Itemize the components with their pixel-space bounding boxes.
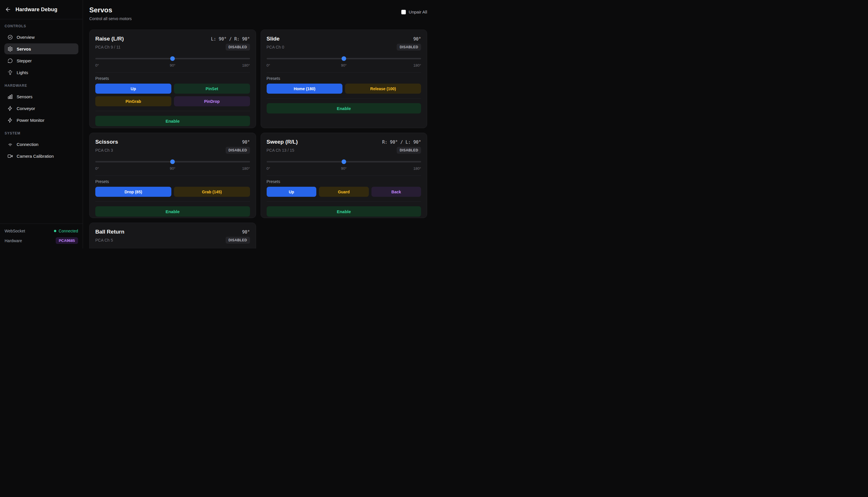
status-badge: DISABLED [225, 237, 250, 244]
main-content: Servos Control all servo motors Unpair A… [83, 0, 434, 248]
sidebar-item-stepper[interactable]: Stepper [4, 55, 78, 66]
preset-button-up[interactable]: Up [95, 84, 171, 94]
enable-button[interactable]: Enable [267, 103, 421, 113]
back-arrow-icon[interactable] [4, 6, 12, 13]
servo-angle-slider[interactable] [95, 159, 250, 164]
preset-button-home-180-[interactable]: Home (180) [267, 84, 343, 94]
connected-dot-icon [54, 230, 56, 232]
status-badge: DISABLED [225, 44, 250, 51]
presets-label: Presets [267, 179, 421, 184]
preset-button-pinset[interactable]: PinSet [174, 84, 250, 94]
servo-angle-slider[interactable] [267, 159, 421, 164]
app-title: Hardware Debug [15, 6, 57, 13]
slider-ticks: 0°90°180° [267, 63, 421, 68]
status-badge: DISABLED [397, 44, 421, 51]
zap-icon [8, 117, 13, 123]
preset-button-pingrab[interactable]: PinGrab [95, 96, 171, 106]
tick-label: 90° [341, 63, 347, 68]
servo-card-sweep-r-l-: Sweep (R/L)R: 90° / L: 90°PCA Ch 13 / 15… [261, 133, 427, 218]
slider-thumb[interactable] [170, 159, 175, 164]
divider [267, 175, 421, 176]
bar-chart-icon [8, 94, 13, 99]
servo-card-ball-return: Ball Return90°PCA Ch 5DISABLED0°90°180° [89, 223, 256, 248]
servo-channel: PCA Ch 0 [267, 45, 284, 49]
sidebar-item-power-monitor[interactable]: Power Monitor [4, 115, 78, 126]
slider-thumb[interactable] [342, 56, 346, 61]
wifi-icon [8, 142, 13, 147]
unpair-all-control[interactable]: Unpair All [401, 10, 427, 14]
servo-angle-slider[interactable] [267, 56, 421, 61]
status-badge: DISABLED [225, 147, 250, 154]
tick-label: 90° [341, 166, 347, 171]
preset-button-grab-145-[interactable]: Grab (145) [174, 187, 250, 197]
preset-grid: Drop (85)Grab (145) [95, 187, 250, 197]
status-label: WebSocket [4, 229, 25, 233]
tick-label: 0° [267, 166, 270, 171]
connection-status-text: Connected [59, 229, 78, 233]
sidebar-item-label: Overview [17, 35, 35, 40]
status-row-hardware: HardwarePCA9685 [4, 237, 78, 244]
servo-card-raise-l-r-: Raise (L/R)L: 90° / R: 90°PCA Ch 9 / 11D… [89, 30, 256, 128]
connection-status: Connected [54, 229, 78, 233]
servo-channel: PCA Ch 13 / 15 [267, 148, 294, 153]
preset-button-guard[interactable]: Guard [319, 187, 369, 197]
enable-button[interactable]: Enable [95, 116, 250, 126]
preset-grid: UpGuardBack [267, 187, 421, 197]
preset-button-pindrop[interactable]: PinDrop [174, 96, 250, 106]
servo-card-title: Scissors [95, 139, 118, 145]
sidebar-item-label: Lights [17, 70, 28, 75]
sidebar-status: WebSocketConnectedHardwarePCA9685 [0, 224, 83, 248]
sidebar-item-sensors[interactable]: Sensors [4, 91, 78, 102]
preset-button-back[interactable]: Back [371, 187, 421, 197]
enable-button[interactable]: Enable [95, 206, 250, 217]
slider-thumb[interactable] [170, 56, 175, 61]
divider [267, 98, 421, 99]
preset-button-up[interactable]: Up [267, 187, 317, 197]
servo-card-slide: Slide90°PCA Ch 0DISABLED0°90°180°Presets… [261, 30, 427, 128]
sidebar-item-label: Connection [17, 142, 39, 147]
servo-angle-value: L: 90° / R: 90° [211, 37, 250, 42]
sidebar-item-overview[interactable]: Overview [4, 32, 78, 43]
sidebar-item-lights[interactable]: Lights [4, 67, 78, 78]
divider [95, 111, 250, 111]
tick-label: 0° [95, 63, 99, 68]
servo-card-title: Raise (L/R) [95, 36, 124, 42]
enable-button[interactable]: Enable [267, 206, 421, 217]
presets-label: Presets [95, 76, 250, 81]
sidebar-item-conveyor[interactable]: Conveyor [4, 103, 78, 114]
servo-cards-grid: Raise (L/R)L: 90° / R: 90°PCA Ch 9 / 11D… [89, 30, 427, 248]
status-badge: DISABLED [397, 147, 421, 154]
page-subtitle: Control all servo motors [89, 16, 132, 21]
servo-channel: PCA Ch 5 [95, 238, 113, 242]
servo-card-title: Ball Return [95, 229, 124, 235]
slider-ticks: 0°90°180° [95, 166, 250, 171]
servo-angle-slider[interactable] [95, 56, 250, 61]
divider [267, 72, 421, 73]
page-title: Servos [89, 6, 132, 14]
servo-card-scissors: Scissors90°PCA Ch 3DISABLED0°90°180°Pres… [89, 133, 256, 218]
tick-label: 180° [413, 166, 421, 171]
slider-thumb[interactable] [342, 159, 346, 164]
sidebar-item-servos[interactable]: Servos [4, 43, 78, 54]
sidebar-section-label: CONTROLS [0, 24, 83, 28]
status-label: Hardware [4, 239, 22, 243]
servo-card-title: Slide [267, 36, 280, 42]
unpair-all-checkbox[interactable] [401, 10, 406, 14]
slider-ticks: 0°90°180° [95, 63, 250, 68]
preset-button-release-100-[interactable]: Release (100) [345, 84, 421, 94]
servo-angle-value: R: 90° / L: 90° [382, 140, 421, 145]
sidebar-item-label: Stepper [17, 58, 32, 63]
sidebar-item-label: Servos [17, 46, 31, 52]
hardware-badge: PCA9685 [56, 237, 78, 244]
sidebar-item-label: Conveyor [17, 106, 35, 111]
unpair-all-label: Unpair All [409, 10, 427, 14]
sidebar-item-connection[interactable]: Connection [4, 139, 78, 150]
preset-button-drop-85-[interactable]: Drop (85) [95, 187, 171, 197]
servo-channel: PCA Ch 9 / 11 [95, 45, 120, 49]
sidebar-item-label: Camera Calibration [17, 154, 54, 159]
divider [95, 175, 250, 176]
sidebar-item-camera-calibration[interactable]: Camera Calibration [4, 151, 78, 161]
tick-label: 90° [170, 166, 175, 171]
servo-channel: PCA Ch 3 [95, 148, 113, 153]
tick-label: 180° [413, 63, 421, 68]
